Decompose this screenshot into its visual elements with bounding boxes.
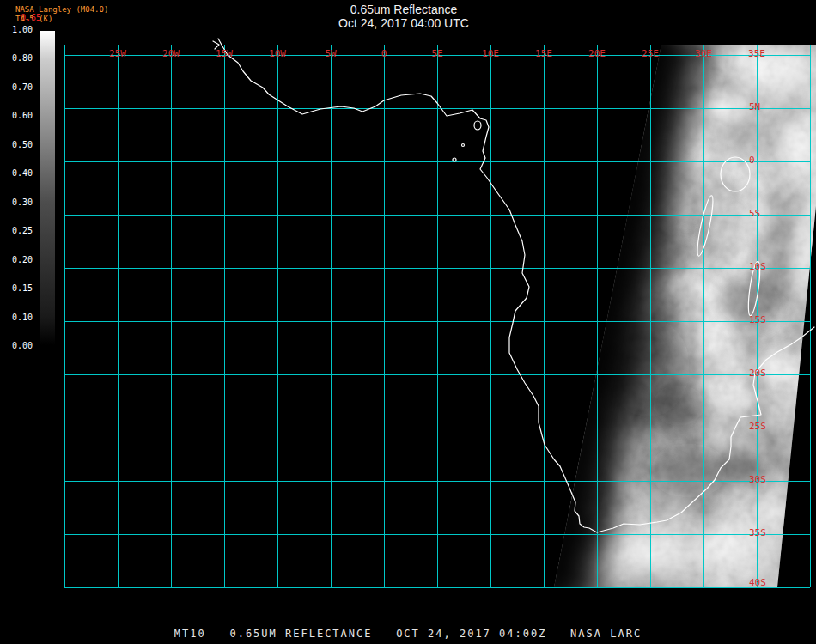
lon-label: 15W <box>207 48 241 59</box>
lat-label: 10S <box>749 261 766 272</box>
satellite-swath <box>541 31 816 601</box>
lat-label: 40S <box>749 577 766 588</box>
lat-label: 15S <box>749 314 766 325</box>
lon-label: 20E <box>580 48 614 59</box>
lat-label: 0 <box>749 155 755 166</box>
lat-label: 5S <box>749 208 760 219</box>
satellite-quicklook-viewer: 0.65um Reflectance Oct 24, 2017 04:00 UT… <box>0 0 816 644</box>
lat-label: 30S <box>749 474 766 485</box>
map-canvas <box>0 0 816 644</box>
footer-caption: MT10 0.65UM REFLECTANCE OCT 24, 2017 04:… <box>0 628 816 640</box>
lon-label: 5W <box>314 48 348 59</box>
bioko-island <box>474 121 481 130</box>
credit-block: 0.65 NASA Langley (M04.0) T4-5 (K) <box>15 5 108 24</box>
principe-island <box>462 144 465 147</box>
credit-line-nasa: NASA Langley (M04.0) <box>15 5 108 15</box>
sao-tome-island <box>453 158 456 161</box>
lon-label: 30E <box>686 48 721 59</box>
lon-label: 10W <box>260 48 295 59</box>
lon-label: 10E <box>473 48 508 59</box>
lon-label: 15E <box>527 48 561 59</box>
lat-label: 5N <box>749 101 760 112</box>
lon-label: 35E <box>740 48 774 59</box>
lat-label: 25S <box>749 421 766 432</box>
lon-label: 25E <box>633 48 667 59</box>
lon-label: 25W <box>100 48 135 59</box>
lon-label: 5E <box>420 48 454 59</box>
lat-label: 35S <box>749 527 766 538</box>
lon-label: 0 <box>367 48 401 59</box>
lon-label: 20W <box>154 48 188 59</box>
lat-label: 20S <box>749 368 766 379</box>
credit-line-units: T4-5 (K) <box>15 15 108 24</box>
